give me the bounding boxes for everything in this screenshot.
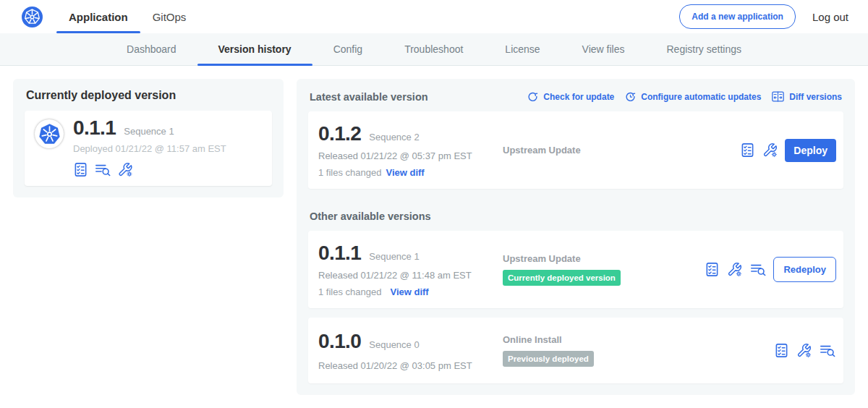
tab-gitops[interactable]: GitOps	[140, 0, 199, 33]
version-row-0-1-2: 0.1.2 Sequence 2 Released 01/21/22 @ 05:…	[308, 111, 843, 189]
currently-deployed-panel: Currently deployed version 0.1.1 Sequenc…	[13, 79, 284, 197]
preflight-checks-icon[interactable]	[73, 162, 88, 177]
version-row-0-1-0: 0.1.0 Sequence 0 Released 01/20/22 @ 03:…	[308, 318, 843, 383]
config-icon[interactable]	[762, 143, 778, 158]
available-versions-panel: Latest available version Check for updat…	[297, 79, 855, 395]
subnav-tab-view-files[interactable]: View files	[561, 33, 646, 65]
version-number: 0.1.2	[318, 122, 361, 145]
subnav-tab-version-history-label: Version history	[218, 43, 292, 55]
released-timestamp: Released 01/21/22 @ 05:37 pm EST	[318, 150, 503, 161]
view-files-icon[interactable]	[94, 162, 111, 177]
deployed-version-number: 0.1.1	[73, 116, 116, 140]
subnav-tab-dashboard-label: Dashboard	[127, 43, 176, 55]
view-files-icon[interactable]	[749, 262, 767, 277]
preflight-checks-icon[interactable]	[774, 343, 789, 358]
sequence-label: Sequence 0	[369, 339, 419, 350]
schedule-update-icon	[624, 90, 637, 103]
app-logo	[35, 119, 64, 148]
top-navbar: Application GitOps Add a new application…	[0, 0, 868, 33]
logout-button[interactable]: Log out	[812, 11, 848, 23]
subnav-tab-license[interactable]: License	[484, 33, 561, 65]
config-icon[interactable]	[726, 262, 743, 277]
files-changed-label: 1 files changed	[318, 286, 381, 297]
latest-available-title: Latest available version	[310, 91, 428, 103]
version-source-label: Upstream Update	[503, 253, 705, 264]
tab-application[interactable]: Application	[56, 0, 140, 33]
configure-automatic-updates-link[interactable]: Configure automatic updates	[624, 90, 761, 103]
diff-versions-link[interactable]: Diff versions	[771, 90, 842, 103]
redeploy-button[interactable]: Redeploy	[773, 257, 836, 282]
kubernetes-logo-icon	[38, 122, 61, 146]
view-diff-link[interactable]: View diff	[390, 286, 428, 297]
sequence-label: Sequence 2	[369, 132, 419, 143]
refresh-icon	[527, 90, 539, 103]
currently-deployed-title: Currently deployed version	[26, 89, 272, 102]
previously-deployed-badge: Previously deployed	[503, 351, 594, 367]
check-for-update-link[interactable]: Check for update	[527, 90, 614, 103]
diff-versions-label: Diff versions	[789, 92, 842, 102]
configure-automatic-updates-label: Configure automatic updates	[641, 92, 761, 102]
version-source-label: Upstream Update	[503, 145, 740, 156]
released-timestamp: Released 01/21/22 @ 11:48 am EST	[318, 270, 503, 281]
check-for-update-label: Check for update	[543, 92, 614, 102]
kubernetes-logo-icon	[22, 7, 43, 27]
subnav-tab-registry-settings[interactable]: Registry settings	[646, 33, 762, 65]
diff-icon	[771, 90, 785, 103]
main-content: Currently deployed version 0.1.1 Sequenc…	[0, 66, 868, 408]
tab-application-label: Application	[69, 11, 128, 23]
version-number: 0.1.1	[318, 242, 361, 265]
subnav-tab-troubleshoot[interactable]: Troubleshoot	[383, 33, 484, 65]
subnav-tab-license-label: License	[505, 43, 540, 55]
deployed-timestamp: Deployed 01/21/22 @ 11:57 am EST	[73, 143, 262, 154]
preflight-checks-icon[interactable]	[740, 143, 755, 158]
other-available-title: Other available versions	[310, 211, 842, 222]
subnav-tab-config-label: Config	[333, 43, 362, 55]
subnav-tab-troubleshoot-label: Troubleshoot	[404, 43, 463, 55]
released-timestamp: Released 01/20/22 @ 03:05 pm EST	[318, 360, 503, 371]
currently-deployed-card: 0.1.1 Sequence 1 Deployed 01/21/22 @ 11:…	[25, 111, 272, 186]
app-subnav: Dashboard Version history Config Trouble…	[0, 33, 868, 66]
preflight-checks-icon[interactable]	[705, 262, 720, 277]
version-row-0-1-1: 0.1.1 Sequence 1 Released 01/21/22 @ 11:…	[308, 231, 843, 308]
config-icon[interactable]	[796, 343, 812, 358]
subnav-tab-view-files-label: View files	[582, 43, 625, 55]
sequence-label: Sequence 1	[369, 251, 419, 262]
deployed-sequence-label: Sequence 1	[124, 126, 174, 137]
subnav-tab-version-history[interactable]: Version history	[197, 33, 312, 65]
version-source-label: Online Install	[503, 334, 774, 345]
files-changed-label: 1 files changed	[318, 167, 381, 178]
deploy-button[interactable]: Deploy	[785, 139, 836, 162]
subnav-tab-config[interactable]: Config	[312, 33, 383, 65]
tab-gitops-label: GitOps	[153, 11, 187, 23]
config-icon[interactable]	[117, 162, 133, 177]
view-files-icon[interactable]	[819, 343, 836, 358]
subnav-tab-dashboard[interactable]: Dashboard	[106, 33, 197, 65]
subnav-tab-registry-settings-label: Registry settings	[667, 43, 741, 55]
add-new-application-button[interactable]: Add a new application	[679, 4, 796, 29]
currently-deployed-badge: Currently deployed version	[503, 270, 621, 286]
version-number: 0.1.0	[318, 330, 361, 353]
view-diff-link[interactable]: View diff	[386, 167, 424, 178]
